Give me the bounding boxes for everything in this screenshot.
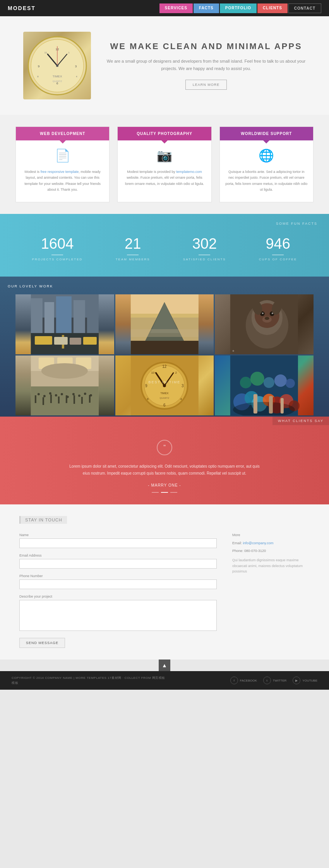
svg-rect-27 bbox=[54, 337, 68, 345]
contact-phone-value: 080-070-3120 bbox=[244, 549, 266, 553]
svg-text:QUARTZ: QUARTZ bbox=[52, 80, 62, 82]
svg-text:2: 2 bbox=[175, 371, 177, 374]
hero-section: 12 6 9 3 11 1 4 8 TIMEX QUARTZ WE MAKE C… bbox=[0, 16, 329, 115]
svg-rect-35 bbox=[130, 329, 198, 337]
footer-template-label: 模板 bbox=[12, 681, 165, 685]
fact-divider-4 bbox=[272, 255, 284, 255]
portfolio-item-5[interactable]: 12 6 9 3 10 2 4 8 TIMEX QUARTZ BEST IN T… bbox=[115, 355, 214, 415]
svg-text:QUARTZ: QUARTZ bbox=[159, 397, 169, 399]
feature-text-2: Modest template is provided by templatem… bbox=[118, 169, 211, 187]
feature-icon-2: 📷 bbox=[118, 148, 211, 163]
email-info-label: Email: bbox=[232, 541, 242, 545]
svg-point-60 bbox=[55, 394, 57, 396]
phone-input[interactable] bbox=[19, 579, 217, 589]
footer: COPYRIGHT © 2014 COMPANY NAME | MORE TEM… bbox=[0, 671, 329, 690]
social-twitter[interactable]: t TWITTER bbox=[263, 677, 287, 684]
fact-members: 21 TEAM MEMBERS bbox=[116, 236, 150, 261]
feature-icon-1: 📄 bbox=[16, 148, 109, 163]
feature-card-1: WEB DEVELOPMENT 📄 Modest is free respons… bbox=[15, 126, 110, 202]
nav-facts[interactable]: FACTS bbox=[194, 3, 219, 13]
dot-3[interactable] bbox=[170, 492, 177, 493]
fact-divider-3 bbox=[199, 255, 210, 255]
fact-label-4: CUPS OF COFFEE bbox=[259, 258, 297, 261]
feature-text-3: Quisque a lobortis ante. Sed a adipiscin… bbox=[220, 169, 313, 193]
svg-point-55 bbox=[41, 363, 88, 379]
svg-rect-22 bbox=[87, 304, 99, 333]
nav-portfolio[interactable]: PORTFOLIO bbox=[220, 3, 257, 13]
contact-email-item: Email: info@company.com bbox=[232, 541, 310, 546]
portfolio-item-6[interactable] bbox=[215, 355, 314, 415]
svg-rect-36 bbox=[130, 341, 198, 354]
contact-description: Qui laudantium dignissimos eaque maxime … bbox=[232, 557, 310, 574]
contact-title: STAY IN TOUCH bbox=[19, 516, 67, 524]
svg-point-102 bbox=[264, 377, 274, 388]
send-button[interactable]: SEND MESSAGE bbox=[19, 638, 65, 648]
svg-point-63 bbox=[72, 393, 75, 395]
social-youtube[interactable]: ▶ YOUTUBE bbox=[293, 677, 317, 684]
name-input[interactable] bbox=[19, 538, 217, 548]
svg-rect-26 bbox=[35, 336, 52, 345]
scroll-top-button[interactable]: ▲ bbox=[159, 660, 170, 671]
dot-1[interactable] bbox=[152, 492, 159, 493]
svg-text:12: 12 bbox=[162, 364, 167, 369]
svg-text:TIMEX: TIMEX bbox=[160, 392, 169, 395]
learn-more-button[interactable]: LEARN MORE bbox=[185, 80, 227, 90]
grand-central-image bbox=[15, 355, 114, 415]
feature-link-1[interactable]: free responsive template bbox=[41, 170, 79, 174]
nav-contact[interactable]: CONTACT bbox=[288, 3, 321, 13]
svg-point-61 bbox=[61, 393, 63, 395]
fact-number-1: 1604 bbox=[32, 236, 83, 252]
svg-text:3: 3 bbox=[75, 65, 77, 68]
social-facebook[interactable]: f FACEBOOK bbox=[230, 677, 257, 684]
twitter-icon: t bbox=[263, 677, 271, 684]
header: MODEST SERVICES FACTS PORTFOLIO CLIENTS … bbox=[0, 0, 329, 16]
facts-section: SOME FUN FACTS 1604 PROJECTS COMPLETED 2… bbox=[0, 214, 329, 277]
portfolio-item-2[interactable] bbox=[115, 294, 214, 354]
svg-rect-68 bbox=[43, 397, 44, 405]
fact-label-1: PROJECTS COMPLETED bbox=[32, 258, 83, 261]
dot-2[interactable] bbox=[161, 492, 168, 493]
feature-link-2[interactable]: templatemo.com bbox=[176, 170, 202, 174]
portfolio-item-1[interactable] bbox=[15, 294, 114, 354]
svg-point-103 bbox=[274, 374, 287, 387]
testimonial-text: Lorem ipsum dolor sit amet, consectetur … bbox=[68, 463, 261, 477]
colorful-image bbox=[215, 355, 314, 415]
contact-email-link[interactable]: info@company.com bbox=[243, 541, 274, 545]
portfolio-label: OUR LOVELY WORK bbox=[0, 284, 329, 294]
svg-point-58 bbox=[43, 395, 46, 397]
feature-header-1: WEB DEVELOPMENT bbox=[16, 127, 109, 140]
fact-divider-1 bbox=[51, 255, 63, 255]
name-label: Name bbox=[19, 533, 217, 537]
svg-point-104 bbox=[286, 379, 295, 388]
youtube-icon: ▶ bbox=[293, 677, 300, 684]
svg-point-43 bbox=[262, 313, 264, 314]
svg-rect-69 bbox=[50, 395, 52, 403]
email-input[interactable] bbox=[19, 559, 217, 569]
nav-services[interactable]: SERVICES bbox=[159, 3, 193, 13]
footer-copyright: COPYRIGHT © 2014 COMPANY NAME | MORE TEM… bbox=[12, 676, 165, 680]
portfolio-item-3[interactable]: ◆ bbox=[215, 294, 314, 354]
svg-point-101 bbox=[250, 372, 264, 386]
feature-header-3: WORLDWIDE SUPPORT bbox=[220, 127, 313, 140]
testimonial-dots bbox=[15, 492, 314, 493]
svg-point-46 bbox=[265, 317, 269, 320]
svg-rect-73 bbox=[81, 397, 83, 404]
nav-clients[interactable]: CLIENTS bbox=[257, 3, 288, 13]
svg-text:4: 4 bbox=[180, 397, 182, 401]
portfolio-item-4[interactable] bbox=[15, 355, 114, 415]
testimonial-section: WHAT CLIENTS SAY " Lorem ipsum dolor sit… bbox=[0, 417, 329, 504]
fact-coffee: 946 CUPS OF COFFEE bbox=[259, 236, 297, 261]
svg-text:11: 11 bbox=[44, 51, 47, 54]
testimonial-label: WHAT CLIENTS SAY bbox=[272, 417, 329, 425]
contact-info-title: More bbox=[232, 533, 310, 537]
project-textarea[interactable] bbox=[19, 600, 217, 631]
svg-rect-71 bbox=[66, 395, 67, 403]
svg-rect-107 bbox=[269, 396, 273, 413]
portfolio-section: OUR LOVELY WORK bbox=[0, 277, 329, 417]
svg-text:TIMEX: TIMEX bbox=[52, 75, 62, 78]
phone-info-label: Phone: bbox=[232, 549, 243, 553]
testimonial-author: - MARRY ONE - bbox=[15, 483, 314, 487]
project-label: Describe your project bbox=[19, 595, 217, 598]
city-street-image bbox=[15, 294, 114, 354]
logo: MODEST bbox=[8, 5, 36, 11]
